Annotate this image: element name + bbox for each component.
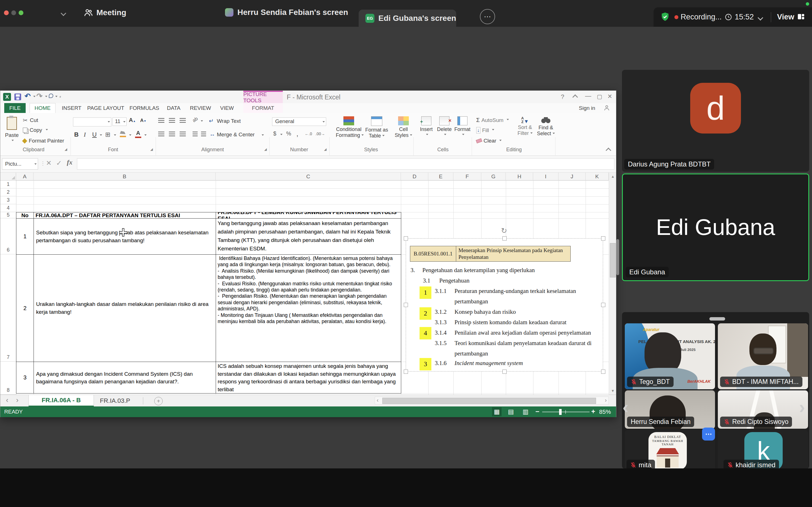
view-label[interactable]: View	[777, 13, 794, 21]
redo-dropdown-icon[interactable]	[45, 96, 47, 98]
bold-button[interactable]: B	[74, 131, 79, 138]
fill-button[interactable]: ↓Fill	[476, 127, 494, 133]
participant-tile-herru[interactable]: Herru Sendia Febian	[625, 390, 715, 429]
zoom-in-button[interactable]: +	[591, 407, 595, 415]
cell-c7[interactable]: Identifikasi Bahaya (Hazard Identificati…	[216, 255, 401, 362]
collapse-ribbon-icon[interactable]	[606, 148, 611, 153]
accounting-format-icon[interactable]: $	[273, 130, 276, 137]
underline-button[interactable]: U	[92, 131, 97, 138]
tab-data[interactable]: DATA	[164, 103, 184, 113]
tab-format[interactable]: FORMAT	[243, 103, 283, 113]
cell-a6[interactable]: 1	[16, 218, 34, 255]
cell-b7[interactable]: Uraikan langkah-langkah dasar dalam mela…	[34, 255, 216, 362]
undo-icon[interactable]: ↶	[24, 92, 31, 101]
font-name-combobox[interactable]	[73, 117, 111, 126]
tab-insert[interactable]: INSERT	[59, 103, 84, 113]
merge-center-label[interactable]: Merge & Center	[217, 131, 255, 138]
cell-styles-button[interactable]: Cell Styles	[392, 116, 415, 138]
name-box[interactable]: Pictu...	[2, 158, 38, 170]
page-layout-view-button[interactable]: ▤	[506, 407, 516, 416]
select-all-corner[interactable]	[0, 173, 16, 180]
increase-decimal-icon[interactable]: ←.0	[305, 131, 312, 136]
tile-more-options-button[interactable]: ⋯	[702, 428, 715, 441]
tab-review[interactable]: REVIEW	[188, 103, 213, 113]
align-right-icon[interactable]	[180, 131, 186, 136]
conditional-formatting-button[interactable]: Conditional Formatting	[336, 116, 362, 138]
account-person-icon[interactable]	[603, 104, 610, 112]
format-painter-button[interactable]: Format Painter	[23, 138, 64, 144]
decrease-indent-icon[interactable]	[193, 131, 198, 136]
find-select-button[interactable]: Find & Select	[536, 116, 556, 136]
cell-c8[interactable]: ICS adalah sebuah konsep manajemen untuk…	[216, 362, 401, 393]
participant-tile-redi[interactable]: Redi Cipto Siswoyo	[718, 390, 808, 429]
insert-function-icon[interactable]: fx	[67, 159, 72, 166]
redo-icon[interactable]: ↷	[36, 92, 43, 101]
decrease-font-icon[interactable]: A▼	[140, 118, 146, 123]
wrap-text-label[interactable]: Wrap Text	[217, 118, 241, 124]
align-middle-icon[interactable]	[169, 118, 175, 123]
more-tabs-button[interactable]: ⋯	[480, 9, 495, 24]
excel-logo-icon[interactable]: X	[3, 93, 11, 101]
touch-dropdown-icon[interactable]	[55, 96, 57, 98]
ribbon-options-icon[interactable]	[572, 94, 578, 100]
tab-formulas[interactable]: FORMULAS	[129, 103, 160, 113]
close-window-button[interactable]	[4, 10, 9, 15]
tab-edi-screen[interactable]: EG Edi Gubana's screen	[359, 10, 456, 27]
sheet-nav-right-icon[interactable]: ›	[16, 396, 18, 404]
align-bottom-icon[interactable]	[180, 118, 186, 123]
participant-tile-mita[interactable]: BALAI DIKLAT TAMBANG BAWAH TANAH mita	[625, 430, 715, 472]
autosum-button[interactable]: ΣAutoSum	[476, 117, 509, 123]
thumbnails-prev-icon[interactable]: ‹	[622, 397, 628, 417]
tab-home[interactable]: HOME	[30, 103, 56, 113]
tab-page-layout[interactable]: PAGE LAYOUT	[87, 103, 125, 113]
orientation-icon[interactable]: ab	[192, 116, 199, 123]
align-top-icon[interactable]	[158, 118, 164, 123]
format-as-table-button[interactable]: Format as Table	[364, 116, 389, 139]
comma-style-icon[interactable]: ,	[296, 129, 298, 138]
insert-cells-button[interactable]: ＋ Insert	[418, 116, 435, 137]
formula-input[interactable]	[77, 158, 614, 170]
vertical-scrollbar[interactable]: ▲ ▼	[609, 173, 616, 395]
copy-button[interactable]: Copy	[23, 127, 48, 133]
delete-cells-button[interactable]: × Delete	[436, 116, 453, 137]
cell-a5[interactable]: No	[16, 212, 34, 219]
paste-button[interactable]: Paste	[4, 116, 20, 148]
sheet-tab-inactive[interactable]: FR.IA.03.P	[94, 395, 136, 406]
clipboard-dialog-launcher[interactable]: ◢	[64, 147, 67, 151]
thumbnails-next-icon[interactable]: ›	[799, 397, 805, 417]
confirm-entry-icon[interactable]: ✓	[56, 159, 62, 167]
new-sheet-button[interactable]: +	[154, 397, 163, 405]
cell-c5[interactable]: FR.IA.06.B.DPT - LEMBAR KUNCI JAWABAN PE…	[216, 212, 401, 219]
tab-meeting[interactable]: Meeting	[84, 8, 126, 17]
borders-icon[interactable]: ⊞	[105, 131, 110, 138]
alignment-dialog-launcher[interactable]: ◢	[264, 147, 267, 151]
cell-a7[interactable]: 2	[16, 255, 34, 362]
chevron-down-icon[interactable]	[61, 10, 66, 16]
fullscreen-window-button[interactable]	[18, 10, 23, 15]
cell-c6[interactable]: Yang bertanggung jawab atas pelaksanaan …	[216, 218, 401, 255]
name-box-divider[interactable]: ⋮	[40, 160, 45, 166]
qat-customize-icon[interactable]: ⸗	[59, 94, 61, 99]
participant-tile-imam[interactable]: BDT - IMAM MIFTAH...	[718, 323, 808, 389]
tab-herru-screen[interactable]: Herru Sendia Febian's screen	[225, 8, 348, 17]
zoom-slider-thumb[interactable]	[559, 409, 562, 415]
horizontal-scrollbar[interactable]: ‹ ›	[375, 397, 609, 404]
percent-style-icon[interactable]: %	[286, 130, 291, 137]
zoom-out-button[interactable]: −	[536, 407, 539, 415]
tab-view[interactable]: VIEW	[217, 103, 237, 113]
tab-file[interactable]: FILE	[4, 103, 26, 113]
number-format-combobox[interactable]: General	[272, 117, 326, 126]
save-icon[interactable]	[14, 94, 21, 100]
participant-tile-khaidir[interactable]: k khaidir ismed	[718, 430, 808, 472]
zoom-level[interactable]: 85%	[599, 408, 611, 415]
cancel-entry-icon[interactable]: ✕	[46, 159, 52, 167]
wrap-text-icon[interactable]: ↵	[209, 117, 214, 124]
embedded-picture[interactable]: B.05RES01.001.1 Menerapkan Prinsip Kesel…	[406, 238, 603, 372]
clear-button[interactable]: Clear	[476, 138, 502, 144]
italic-button[interactable]: I	[84, 131, 86, 138]
merge-center-icon[interactable]: ↔	[209, 131, 215, 137]
close-icon[interactable]: ×	[608, 92, 612, 101]
number-dialog-launcher[interactable]: ◢	[324, 147, 326, 151]
help-icon[interactable]: ?	[561, 93, 564, 101]
recording-label[interactable]: Recording...	[680, 13, 722, 21]
